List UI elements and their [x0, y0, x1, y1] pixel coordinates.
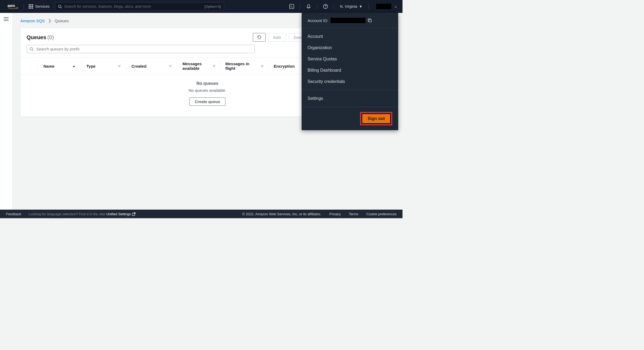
- sign-out-button[interactable]: Sign out: [362, 114, 390, 123]
- svg-point-1: [58, 5, 61, 7]
- search-input[interactable]: [64, 4, 204, 9]
- hamburger-icon: [4, 17, 9, 21]
- filter-input[interactable]: [36, 47, 252, 51]
- account-id-label: Account ID:: [308, 18, 328, 23]
- search-box[interactable]: [Option+S]: [55, 2, 224, 11]
- sort-asc-icon: ▲: [72, 64, 75, 68]
- unified-settings-link[interactable]: Unified Settings: [107, 212, 136, 216]
- lang-prompt: Looking for language selection? Find it …: [29, 212, 105, 216]
- panel-count: (0): [47, 34, 54, 41]
- svg-text:aws: aws: [8, 3, 15, 8]
- edit-button[interactable]: Edit: [268, 33, 286, 42]
- region-label: N. Virginia: [340, 4, 357, 9]
- footer: Feedback Looking for language selection?…: [0, 210, 402, 218]
- svg-line-10: [32, 50, 33, 51]
- cloudshell-icon[interactable]: [286, 2, 298, 10]
- th-select: [21, 61, 38, 71]
- privacy-link[interactable]: Privacy: [329, 212, 341, 216]
- dropdown-item-security-credentials[interactable]: Security credentials: [302, 76, 398, 87]
- terms-link[interactable]: Terms: [349, 212, 358, 216]
- copyright: © 2022, Amazon Web Services, Inc. or its…: [242, 212, 321, 216]
- th-messages-available[interactable]: Messages available ▽: [177, 61, 220, 71]
- side-nav-toggle[interactable]: [0, 13, 12, 210]
- copy-icon[interactable]: [368, 18, 372, 23]
- dropdown-item-account[interactable]: Account: [302, 31, 398, 42]
- caret-down-icon: ▼: [359, 4, 363, 9]
- sort-icon: ▽: [169, 64, 171, 68]
- account-id-row: Account ID:: [302, 13, 398, 28]
- services-label: Services: [35, 4, 50, 9]
- external-link-icon: [132, 212, 136, 216]
- region-selector[interactable]: N. Virginia ▼: [336, 4, 366, 9]
- services-button[interactable]: Services: [26, 4, 52, 9]
- dropdown-item-service-quotas[interactable]: Service Quotas: [302, 53, 398, 65]
- create-queue-button[interactable]: Create queue: [189, 97, 225, 106]
- top-nav: aws Services [Option+S] N. Virginia ▼ ▲: [0, 0, 402, 13]
- notifications-icon[interactable]: [302, 2, 315, 10]
- search-icon: [58, 5, 62, 9]
- help-icon[interactable]: [319, 2, 332, 10]
- dropdown-item-organization[interactable]: Organization: [302, 42, 398, 53]
- breadcrumb-service[interactable]: Amazon SQS: [20, 19, 45, 23]
- caret-up-icon: ▲: [394, 5, 397, 8]
- divider: [24, 3, 24, 10]
- account-dropdown: Account ID: Account Organization Service…: [302, 13, 398, 130]
- sort-icon: ▽: [261, 64, 263, 68]
- th-name[interactable]: Name ▲: [38, 61, 81, 71]
- divider: [368, 3, 369, 10]
- th-messages-inflight[interactable]: Messages in flight ▽: [220, 61, 268, 71]
- svg-point-9: [30, 48, 32, 50]
- account-name-redacted: [376, 4, 391, 9]
- feedback-link[interactable]: Feedback: [6, 212, 21, 216]
- divider: [300, 3, 300, 10]
- grid-icon: [29, 4, 33, 9]
- divider: [334, 3, 334, 10]
- cookie-prefs-link[interactable]: Cookie preferences: [366, 212, 397, 216]
- search-hint: [Option+S]: [204, 5, 221, 9]
- signout-highlight: Sign out: [360, 112, 392, 125]
- dropdown-item-settings[interactable]: Settings: [302, 93, 398, 104]
- panel-title: Queues: [27, 34, 46, 41]
- account-id-redacted: [331, 18, 365, 23]
- th-type[interactable]: Type ▽: [81, 61, 126, 71]
- account-selector[interactable]: ▲: [371, 4, 398, 9]
- refresh-button[interactable]: [253, 33, 266, 42]
- search-icon: [30, 47, 34, 51]
- sort-icon: ▽: [213, 64, 215, 68]
- chevron-right-icon: ❯: [48, 18, 52, 23]
- sort-icon: ▽: [118, 64, 120, 68]
- breadcrumb-current: Queues: [55, 19, 69, 23]
- divider: [317, 3, 317, 10]
- svg-rect-12: [369, 20, 371, 22]
- dropdown-item-billing[interactable]: Billing Dashboard: [302, 65, 398, 76]
- filter-box[interactable]: [27, 45, 255, 53]
- th-created[interactable]: Created ▽: [126, 61, 177, 71]
- refresh-icon: [257, 35, 262, 40]
- aws-logo[interactable]: aws: [4, 3, 21, 10]
- svg-line-2: [61, 7, 62, 8]
- svg-point-5: [325, 7, 326, 8]
